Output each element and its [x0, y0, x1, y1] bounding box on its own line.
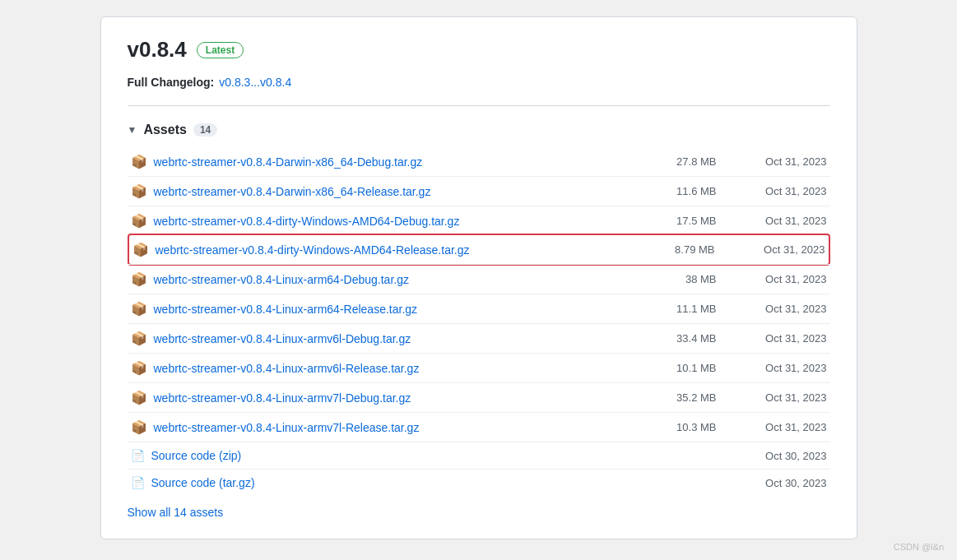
asset-row: 📄Source code (tar.gz)Oct 30, 2023	[128, 469, 830, 496]
release-card: v0.8.4 Latest Full Changelog: v0.8.3...v…	[100, 16, 857, 539]
release-header: v0.8.4 Latest	[128, 37, 830, 62]
asset-size: 38 MB	[651, 273, 717, 285]
asset-name-link[interactable]: webrtc-streamer-v0.8.4-dirty-Windows-AMD…	[154, 215, 651, 228]
asset-date: Oct 31, 2023	[736, 215, 827, 227]
assets-triangle: ▼	[128, 124, 137, 136]
asset-row: 📄Source code (zip)Oct 30, 2023	[128, 442, 830, 469]
archive-icon: 📦	[131, 183, 147, 199]
archive-icon: 📦	[132, 242, 149, 257]
assets-count-badge: 14	[193, 123, 217, 137]
asset-date: Oct 31, 2023	[736, 273, 827, 285]
archive-icon: 📦	[131, 271, 147, 287]
asset-row: 📦webrtc-streamer-v0.8.4-Linux-arm64-Debu…	[128, 264, 830, 294]
watermark: CSDN @l&n	[894, 542, 944, 552]
asset-size: 27.8 MB	[651, 155, 717, 168]
archive-icon: 📦	[131, 390, 147, 405]
source-icon: 📄	[131, 476, 145, 489]
asset-size: 8.79 MB	[649, 243, 715, 256]
asset-name-link[interactable]: webrtc-streamer-v0.8.4-Linux-armv7l-Rele…	[154, 421, 651, 434]
asset-name-link[interactable]: webrtc-streamer-v0.8.4-Linux-armv6l-Rele…	[154, 362, 651, 375]
asset-date: Oct 31, 2023	[736, 155, 827, 168]
asset-date: Oct 31, 2023	[736, 185, 827, 197]
assets-section: ▼ Assets 14 📦webrtc-streamer-v0.8.4-Darw…	[128, 123, 830, 519]
asset-row: 📦webrtc-streamer-v0.8.4-Darwin-x86_64-De…	[128, 147, 830, 176]
archive-icon: 📦	[131, 301, 147, 317]
latest-badge: Latest	[197, 42, 244, 58]
asset-row: 📦webrtc-streamer-v0.8.4-Linux-arm64-Rele…	[128, 294, 830, 323]
asset-size: 33.4 MB	[651, 332, 717, 345]
asset-row: 📦webrtc-streamer-v0.8.4-Darwin-x86_64-Re…	[128, 176, 830, 206]
asset-row: 📦webrtc-streamer-v0.8.4-dirty-Windows-AM…	[128, 234, 830, 266]
asset-row: 📦webrtc-streamer-v0.8.4-Linux-armv6l-Deb…	[128, 323, 830, 353]
asset-row: 📦webrtc-streamer-v0.8.4-Linux-armv6l-Rel…	[128, 353, 830, 382]
asset-size: 11.6 MB	[651, 185, 717, 197]
archive-icon: 📦	[131, 360, 147, 376]
show-all-assets-link[interactable]: Show all 14 assets	[128, 506, 224, 519]
asset-date: Oct 31, 2023	[736, 391, 827, 404]
asset-name-link[interactable]: webrtc-streamer-v0.8.4-Linux-armv6l-Debu…	[154, 332, 651, 345]
asset-name-link[interactable]: webrtc-streamer-v0.8.4-dirty-Windows-AMD…	[156, 243, 649, 257]
asset-date: Oct 31, 2023	[736, 303, 827, 315]
asset-name-link[interactable]: webrtc-streamer-v0.8.4-Linux-armv7l-Debu…	[154, 391, 651, 405]
changelog-link[interactable]: v0.8.3...v0.8.4	[219, 76, 291, 89]
asset-date: Oct 30, 2023	[736, 450, 827, 462]
asset-size: 10.3 MB	[651, 421, 717, 433]
archive-icon: 📦	[131, 331, 147, 346]
asset-row: 📦webrtc-streamer-v0.8.4-Linux-armv7l-Deb…	[128, 382, 830, 412]
asset-size: 17.5 MB	[651, 215, 717, 227]
page-wrapper: v0.8.4 Latest Full Changelog: v0.8.3...v…	[0, 0, 957, 560]
asset-date: Oct 31, 2023	[736, 362, 827, 374]
asset-date: Oct 31, 2023	[736, 421, 827, 433]
asset-name-link[interactable]: Source code (tar.gz)	[151, 476, 651, 489]
asset-date: Oct 31, 2023	[735, 243, 825, 256]
asset-name-link[interactable]: Source code (zip)	[151, 449, 651, 462]
changelog-label: Full Changelog:	[128, 76, 215, 89]
archive-icon: 📦	[131, 154, 147, 169]
asset-row: 📦webrtc-streamer-v0.8.4-Linux-armv7l-Rel…	[128, 412, 830, 442]
section-divider	[128, 105, 830, 106]
archive-icon: 📦	[131, 213, 147, 229]
assets-header: ▼ Assets 14	[128, 123, 830, 137]
assets-list: 📦webrtc-streamer-v0.8.4-Darwin-x86_64-De…	[128, 147, 830, 496]
asset-size: 10.1 MB	[651, 362, 717, 374]
assets-label: Assets	[143, 123, 186, 137]
source-icon: 📄	[131, 449, 145, 462]
asset-row: 📦webrtc-streamer-v0.8.4-dirty-Windows-AM…	[128, 206, 830, 235]
asset-name-link[interactable]: webrtc-streamer-v0.8.4-Darwin-x86_64-Rel…	[154, 185, 651, 198]
release-version: v0.8.4	[128, 37, 187, 62]
asset-date: Oct 31, 2023	[736, 332, 827, 345]
changelog-row: Full Changelog: v0.8.3...v0.8.4	[128, 76, 830, 89]
asset-name-link[interactable]: webrtc-streamer-v0.8.4-Linux-arm64-Debug…	[154, 273, 651, 286]
archive-icon: 📦	[131, 419, 147, 435]
asset-name-link[interactable]: webrtc-streamer-v0.8.4-Darwin-x86_64-Deb…	[154, 155, 651, 169]
asset-size: 11.1 MB	[651, 303, 717, 315]
asset-size: 35.2 MB	[651, 391, 717, 404]
asset-date: Oct 30, 2023	[736, 477, 827, 489]
asset-name-link[interactable]: webrtc-streamer-v0.8.4-Linux-arm64-Relea…	[154, 303, 651, 316]
